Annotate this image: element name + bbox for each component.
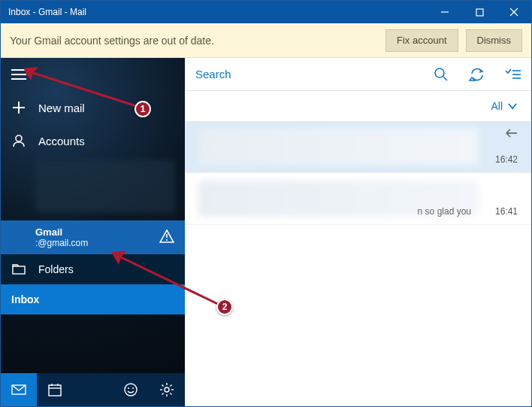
svg-point-11 — [166, 239, 168, 241]
filter-row[interactable]: All — [185, 91, 531, 121]
filter-label: All — [491, 100, 503, 112]
mail-app-button[interactable] — [1, 373, 37, 406]
minimize-button[interactable] — [428, 1, 462, 23]
sidebar: New mail Accounts Gmail :@gmail.com — [1, 58, 185, 406]
dismiss-button[interactable]: Dismiss — [466, 29, 523, 52]
svg-rect-1 — [476, 9, 483, 16]
account-email: :@gmail.com — [35, 238, 174, 248]
sync-button[interactable] — [459, 58, 495, 91]
calendar-icon — [48, 383, 62, 396]
search-input[interactable]: Search — [185, 58, 423, 90]
content-pane: Search All — [185, 58, 531, 406]
message-preview-blur — [198, 129, 479, 165]
message-item[interactable]: 16:42 — [185, 121, 531, 173]
checklist-icon — [505, 68, 521, 80]
accounts-label: Accounts — [38, 135, 85, 147]
message-time: 16:42 — [495, 154, 518, 165]
new-mail-button[interactable]: New mail — [1, 91, 185, 124]
message-time: 16:41 — [495, 206, 518, 217]
feedback-button[interactable] — [113, 373, 149, 406]
accounts-header[interactable]: Accounts — [1, 124, 185, 157]
svg-point-9 — [16, 135, 22, 141]
folders-label: Folders — [38, 263, 74, 275]
gear-icon — [159, 382, 174, 397]
hamburger-button[interactable] — [1, 58, 185, 91]
warning-icon — [159, 229, 174, 246]
svg-line-29 — [162, 393, 164, 394]
svg-line-28 — [170, 385, 171, 387]
settings-button[interactable] — [149, 373, 185, 406]
titlebar: Inbox - Gmail - Mail — [1, 1, 531, 23]
chevron-down-icon — [507, 102, 518, 110]
person-icon — [11, 134, 26, 147]
svg-line-27 — [170, 393, 171, 394]
search-bar: Search — [185, 58, 531, 91]
bottom-bar — [1, 373, 185, 406]
plus-icon — [11, 102, 26, 114]
svg-line-26 — [162, 385, 164, 387]
folder-inbox[interactable]: Inbox — [1, 284, 185, 314]
message-item[interactable]: n so glad you 16:41 — [185, 173, 531, 225]
select-mode-button[interactable] — [495, 58, 531, 91]
message-snippet: n so glad you — [418, 206, 471, 217]
account-preview-blur — [35, 160, 174, 213]
svg-rect-12 — [13, 266, 25, 274]
window-title: Inbox - Gmail - Mail — [1, 7, 428, 17]
maximize-button[interactable] — [462, 1, 497, 23]
folders-header[interactable]: Folders — [1, 254, 185, 284]
search-button[interactable] — [423, 58, 459, 91]
svg-point-30 — [435, 68, 444, 77]
search-placeholder: Search — [195, 68, 231, 80]
inbox-label: Inbox — [11, 293, 39, 305]
notification-message: Your Gmail account settings are out of d… — [10, 35, 378, 47]
svg-point-20 — [132, 387, 134, 389]
folder-icon — [11, 264, 26, 275]
close-button[interactable] — [497, 1, 531, 23]
account-item-gmail[interactable]: Gmail :@gmail.com — [1, 220, 185, 254]
sync-icon — [469, 67, 485, 82]
svg-line-31 — [443, 77, 447, 80]
calendar-app-button[interactable] — [37, 373, 73, 406]
svg-point-21 — [165, 387, 169, 392]
reply-icon — [504, 127, 518, 141]
smile-icon — [123, 382, 138, 397]
account-name: Gmail — [35, 226, 174, 238]
svg-point-19 — [128, 387, 129, 389]
svg-point-18 — [125, 384, 137, 396]
fix-account-button[interactable]: Fix account — [385, 29, 458, 52]
svg-rect-14 — [49, 385, 61, 396]
message-list: 16:42 n so glad you 16:41 — [185, 121, 531, 406]
search-icon — [434, 67, 449, 82]
hamburger-icon — [11, 69, 26, 80]
notification-bar: Your Gmail account settings are out of d… — [1, 23, 531, 58]
new-mail-label: New mail — [38, 102, 85, 114]
mail-icon — [11, 384, 26, 395]
